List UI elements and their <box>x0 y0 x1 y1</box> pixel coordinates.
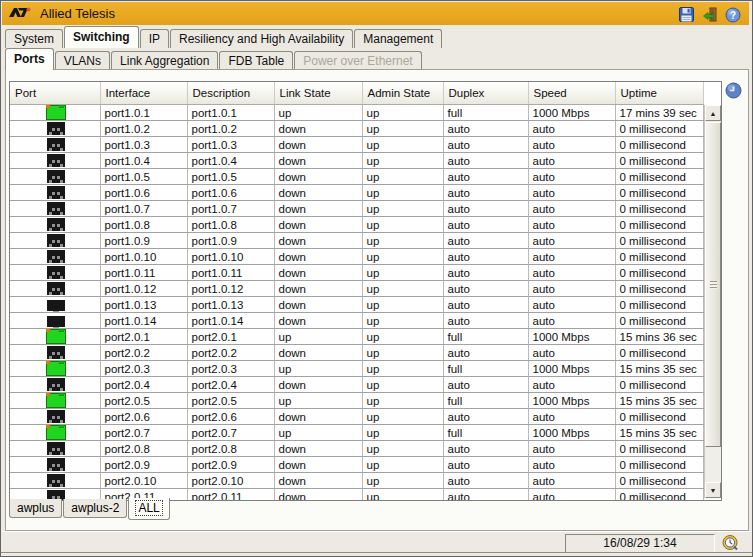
tab-ip[interactable]: IP <box>140 29 169 48</box>
speed-cell: auto <box>528 409 615 425</box>
link-state-cell: down <box>274 185 362 201</box>
tab-switching-label: Switching <box>73 30 130 44</box>
col-header-port[interactable]: Port <box>10 82 100 105</box>
duplex-cell: auto <box>443 137 528 153</box>
col-header-duplex[interactable]: Duplex <box>443 82 528 105</box>
app-window: Allied Telesis <box>0 0 753 557</box>
uptime-cell: 15 mins 35 sec <box>615 361 703 377</box>
title-bar: Allied Telesis <box>2 2 749 25</box>
table-row[interactable]: port1.0.10 port1.0.10 down up auto auto … <box>10 249 703 265</box>
speed-cell: auto <box>528 233 615 249</box>
duplex-cell: auto <box>443 121 528 137</box>
port-cell <box>10 409 100 425</box>
table-row[interactable]: port1.0.1 port1.0.1 up up full 1000 Mbps… <box>10 105 703 121</box>
link-state-cell: down <box>274 265 362 281</box>
admin-state-cell: up <box>362 393 443 409</box>
stack-tab-all-label: ALL <box>136 501 161 515</box>
stack-tab-awplus-label: awplus <box>17 501 54 515</box>
uptime-cell: 0 millisecond <box>615 313 703 329</box>
port-cell <box>10 185 100 201</box>
admin-state-cell: up <box>362 169 443 185</box>
port-status-icon <box>46 105 66 120</box>
scrollbar-thumb[interactable] <box>705 122 721 447</box>
duplex-cell: auto <box>443 249 528 265</box>
table-row[interactable]: port1.0.2 port1.0.2 down up auto auto 0 … <box>10 121 703 137</box>
admin-state-cell: up <box>362 345 443 361</box>
table-row[interactable]: port2.0.10 port2.0.10 down up auto auto … <box>10 473 703 489</box>
duplex-cell: auto <box>443 473 528 489</box>
speed-cell: auto <box>528 489 615 502</box>
col-header-admin-state[interactable]: Admin State <box>362 82 443 105</box>
port-status-icon <box>46 393 66 408</box>
port-cell <box>10 457 100 473</box>
interface-cell: port1.0.9 <box>100 233 187 249</box>
col-header-description[interactable]: Description <box>187 82 274 105</box>
port-cell <box>10 313 100 329</box>
link-state-cell: down <box>274 441 362 457</box>
stack-tab-awplus-2[interactable]: awplus-2 <box>63 499 127 518</box>
table-row[interactable]: port1.0.12 port1.0.12 down up auto auto … <box>10 281 703 297</box>
table-row[interactable]: port2.0.1 port2.0.1 up up full 1000 Mbps… <box>10 329 703 345</box>
table-row[interactable]: port1.0.7 port1.0.7 down up auto auto 0 … <box>10 201 703 217</box>
table-row[interactable]: port1.0.9 port1.0.9 down up auto auto 0 … <box>10 233 703 249</box>
tab-switching[interactable]: Switching <box>64 26 139 48</box>
scrollbar-up-arrow-icon[interactable]: ▲ <box>705 105 721 121</box>
table-row[interactable]: port1.0.3 port1.0.3 down up auto auto 0 … <box>10 137 703 153</box>
description-cell: port1.0.6 <box>187 185 274 201</box>
link-state-cell: down <box>274 217 362 233</box>
table-row[interactable]: port1.0.8 port1.0.8 down up auto auto 0 … <box>10 217 703 233</box>
speed-cell: auto <box>528 217 615 233</box>
col-header-link-state[interactable]: Link State <box>274 82 362 105</box>
col-header-speed[interactable]: Speed <box>528 82 615 105</box>
table-row[interactable]: port2.0.5 port2.0.5 up up full 1000 Mbps… <box>10 393 703 409</box>
table-row[interactable]: port2.0.9 port2.0.9 down up auto auto 0 … <box>10 457 703 473</box>
table-row[interactable]: port1.0.13 port1.0.13 down up auto auto … <box>10 297 703 313</box>
interface-cell: port1.0.8 <box>100 217 187 233</box>
interface-cell: port1.0.7 <box>100 201 187 217</box>
save-icon[interactable] <box>678 6 695 23</box>
table-row[interactable]: port1.0.6 port1.0.6 down up auto auto 0 … <box>10 185 703 201</box>
help-icon[interactable]: ? <box>724 6 741 23</box>
table-row[interactable]: port1.0.5 port1.0.5 down up auto auto 0 … <box>10 169 703 185</box>
scrollbar-down-arrow-icon[interactable]: ▼ <box>705 482 721 498</box>
stack-tab-awplus[interactable]: awplus <box>9 499 62 518</box>
table-row[interactable]: port2.0.3 port2.0.3 up up full 1000 Mbps… <box>10 361 703 377</box>
port-cell <box>10 281 100 297</box>
table-row[interactable]: port2.0.4 port2.0.4 down up auto auto 0 … <box>10 377 703 393</box>
speed-cell: auto <box>528 169 615 185</box>
table-row[interactable]: port2.0.8 port2.0.8 down up auto auto 0 … <box>10 441 703 457</box>
refresh-timer-icon[interactable] <box>725 82 742 103</box>
description-cell: port1.0.8 <box>187 217 274 233</box>
table-row[interactable]: port1.0.14 port1.0.14 down up auto auto … <box>10 313 703 329</box>
tab-vlans[interactable]: VLANs <box>55 51 110 70</box>
table-scrollbar[interactable]: ▲ ▼ <box>704 105 721 498</box>
tab-fdb-table[interactable]: FDB Table <box>219 51 293 70</box>
tab-link-aggregation[interactable]: Link Aggregation <box>111 51 218 70</box>
tab-management[interactable]: Management <box>354 29 442 48</box>
col-header-interface[interactable]: Interface <box>100 82 187 105</box>
tab-management-label: Management <box>363 32 433 46</box>
datetime-display: 16/08/29 1:34 <box>565 534 715 553</box>
port-status-icon <box>47 234 65 247</box>
stack-tab-all[interactable]: ALL <box>128 498 169 520</box>
duplex-cell: auto <box>443 457 528 473</box>
tab-resiliency[interactable]: Resiliency and High Availability <box>170 29 353 48</box>
table-row[interactable]: port1.0.11 port1.0.11 down up auto auto … <box>10 265 703 281</box>
table-row[interactable]: port2.0.6 port2.0.6 down up auto auto 0 … <box>10 409 703 425</box>
logout-icon[interactable] <box>701 6 718 23</box>
table-row[interactable]: port2.0.7 port2.0.7 up up full 1000 Mbps… <box>10 425 703 441</box>
table-row[interactable]: port1.0.4 port1.0.4 down up auto auto 0 … <box>10 153 703 169</box>
table-row[interactable]: port2.0.2 port2.0.2 down up auto auto 0 … <box>10 345 703 361</box>
uptime-cell: 0 millisecond <box>615 489 703 502</box>
port-status-icon <box>47 442 65 455</box>
port-cell <box>10 249 100 265</box>
tab-fdb-table-label: FDB Table <box>228 54 284 68</box>
tab-system[interactable]: System <box>5 29 63 48</box>
admin-state-cell: up <box>362 233 443 249</box>
duplex-cell: auto <box>443 233 528 249</box>
col-header-uptime[interactable]: Uptime <box>615 82 703 105</box>
port-status-icon <box>47 218 65 231</box>
scrollbar-grip-icon <box>710 281 717 289</box>
tab-ports[interactable]: Ports <box>5 48 54 70</box>
link-state-cell: up <box>274 329 362 345</box>
